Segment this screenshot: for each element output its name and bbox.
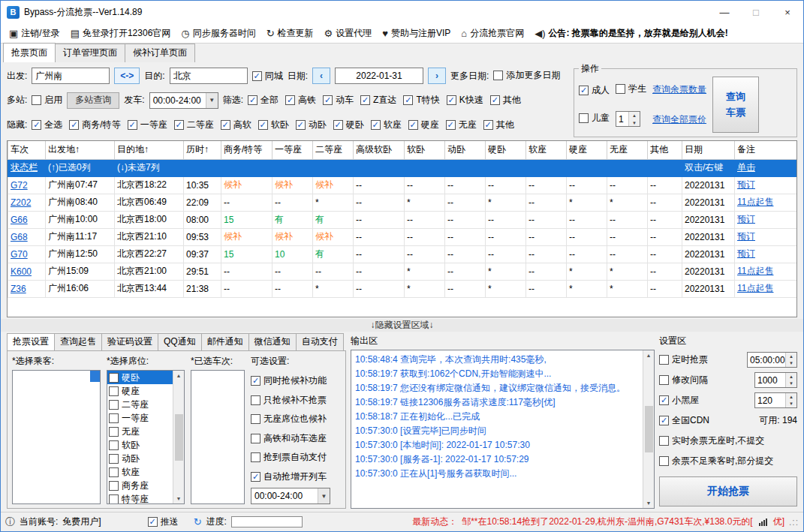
spin-up-icon[interactable]: ▲ [629, 112, 640, 119]
hide-column-checkbox[interactable]: ✓无座 [446, 119, 477, 131]
train-type-checkbox[interactable]: ✓K快速 [447, 94, 483, 107]
menubar-item[interactable]: ⌂分流抢票官网 [456, 23, 529, 43]
page-tab[interactable]: 订单管理页面 [55, 44, 125, 62]
note-link[interactable]: 预订 [735, 211, 798, 228]
train-type-checkbox[interactable]: ✓动车 [323, 94, 354, 107]
hide-column-checkbox[interactable]: ✓硬卧 [333, 119, 364, 131]
settings-tab[interactable]: 微信通知 [248, 333, 297, 350]
spin-down-icon[interactable]: ▼ [786, 401, 796, 408]
menubar-item[interactable]: ⚙设置代理 [319, 23, 378, 43]
seat-list-scrollbar[interactable]: ▲ ▼ [173, 371, 184, 503]
setting-checkbox[interactable]: 余票不足乘客时,部分提交 [659, 455, 773, 467]
note-link[interactable]: 11点起售 [735, 263, 798, 280]
swap-stations-button[interactable]: <-> [114, 68, 140, 84]
next-date-button[interactable]: › [428, 68, 446, 84]
child-checkbox[interactable]: 儿童 [579, 112, 610, 125]
train-number-link[interactable]: Z202 [8, 194, 46, 211]
menubar-item[interactable]: ↻检查更新 [261, 23, 319, 43]
seat-option[interactable]: 硬座 [107, 384, 173, 398]
column-header[interactable]: 无座 [607, 141, 648, 159]
hide-column-checkbox[interactable]: ✓商务/特等 [69, 119, 120, 131]
grab-time-range-select[interactable]: 00:00-24:00▼ [251, 488, 330, 504]
scrollbar-thumb[interactable] [645, 406, 653, 452]
hide-column-checkbox[interactable]: ✓硬座 [408, 119, 439, 131]
setting-spinner[interactable]: 120▲▼ [754, 392, 797, 408]
train-number-link[interactable]: G68 [8, 228, 46, 245]
setting-spinner[interactable]: 05:00:00▲▼ [747, 352, 797, 368]
note-link[interactable]: 预订 [735, 228, 798, 245]
add-more-dates-checkbox[interactable]: 添加更多日期 [493, 69, 560, 82]
hide-column-checkbox[interactable]: ✓软座 [371, 119, 402, 131]
note-link[interactable]: 11点起售 [735, 194, 798, 211]
multi-station-query-button[interactable]: 多站查询 [67, 92, 119, 109]
page-tab[interactable]: 抢票页面 [3, 43, 56, 62]
train-number-link[interactable]: G70 [8, 245, 46, 263]
start-grab-button[interactable]: 开始抢票 [659, 476, 797, 506]
status-action-cell[interactable]: 单击 [735, 159, 798, 176]
maximize-button[interactable]: □ [740, 1, 772, 23]
minimize-button[interactable]: — [709, 1, 740, 23]
settings-tab[interactable]: 自动支付 [296, 333, 344, 350]
menubar-item[interactable]: ♥赞助与注册VIP [377, 23, 456, 43]
note-link[interactable]: 预订 [735, 176, 798, 194]
note-link[interactable]: 11点起售 [735, 280, 798, 297]
query-tickets-button[interactable]: 查询 车票 [712, 77, 759, 133]
destination-input[interactable] [170, 68, 248, 84]
seat-option[interactable]: 硬卧 [107, 371, 173, 384]
seat-option[interactable]: 一等座 [107, 411, 173, 425]
settings-tab[interactable]: 抢票设置 [7, 333, 55, 350]
setting-checkbox[interactable]: 定时抢票 [659, 353, 708, 366]
setting-checkbox[interactable]: 修改间隔 [659, 374, 708, 386]
train-number-link[interactable]: G66 [8, 211, 46, 228]
hide-column-checkbox[interactable]: ✓二等座 [174, 119, 214, 131]
seat-option[interactable]: 软座 [107, 465, 173, 479]
optional-setting-checkbox[interactable]: 无座席位也候补 [251, 413, 341, 425]
train-number-link[interactable]: G72 [8, 176, 46, 194]
train-type-checkbox[interactable]: ✓Z直达 [360, 94, 396, 107]
scroll-up-icon[interactable]: ▲ [646, 350, 652, 360]
setting-checkbox[interactable]: ✓全国CDN [659, 414, 709, 427]
adult-checkbox[interactable]: ✓成人 [579, 84, 610, 97]
scroll-down-icon[interactable]: ▼ [176, 494, 182, 503]
hide-column-checkbox[interactable]: ✓动卧 [296, 119, 327, 131]
hide-column-checkbox[interactable]: ✓全选 [32, 119, 62, 131]
optional-setting-checkbox[interactable]: 抢到票自动支付 [251, 451, 341, 464]
spin-down-icon[interactable]: ▼ [786, 380, 796, 388]
hide-column-checkbox[interactable]: ✓一等座 [128, 119, 167, 131]
train-row[interactable]: G66广州南10:00北京西18:0008:0015有有------------… [8, 211, 798, 228]
seat-listbox[interactable]: 硬卧硬座二等座一等座无座软卧动卧软座商务座特等座 ▲ ▼ [107, 370, 185, 504]
scrollbar-thumb[interactable] [175, 414, 183, 461]
seat-option[interactable]: 商务座 [107, 479, 173, 492]
seat-option[interactable]: 无座 [107, 425, 173, 438]
student-checkbox[interactable]: 学生 [616, 83, 646, 95]
prev-date-button[interactable]: ‹ [312, 68, 330, 84]
spin-up-icon[interactable]: ▲ [786, 373, 796, 380]
train-row[interactable]: G72广州南07:47北京西18:2210:35候补候补候补----------… [8, 176, 798, 194]
settings-tab[interactable]: 验证码设置 [101, 333, 158, 350]
table-status-row[interactable]: 状态栏(↑)已选0列(↓)未选7列双击/右键单击 [8, 159, 798, 176]
seat-option[interactable]: 动卧 [107, 452, 173, 465]
column-header[interactable]: 一等座 [273, 141, 313, 159]
menubar-item[interactable]: ▤免登录打开12306官网 [65, 23, 176, 43]
column-header[interactable]: 车次 [8, 141, 46, 159]
settings-tab[interactable]: 邮件通知 [201, 333, 249, 350]
optional-setting-checkbox[interactable]: ✓同时抢候补功能 [251, 374, 341, 387]
settings-tab[interactable]: 查询起售 [54, 333, 102, 350]
train-type-checkbox[interactable]: ✓全部 [248, 94, 279, 107]
train-row[interactable]: G68广州南11:17北京西21:1009:53候补候补候补----------… [8, 228, 798, 245]
hide-column-checkbox[interactable]: ✓高软 [221, 119, 251, 131]
date-input[interactable] [335, 68, 423, 84]
spin-up-icon[interactable]: ▲ [786, 393, 796, 401]
title-bar[interactable]: B Bypass-分流抢票--Ver1.14.89 — □ × [1, 1, 803, 23]
column-header[interactable]: 商务/特等 [221, 141, 273, 159]
query-ticket-count-link[interactable]: 查询余票数量 [652, 83, 706, 96]
spin-up-icon[interactable]: ▲ [786, 353, 796, 360]
seat-option[interactable]: 软卧 [107, 438, 173, 452]
multi-station-enable-checkbox[interactable]: 启用 [32, 94, 62, 107]
note-link[interactable]: 预订 [735, 245, 798, 263]
output-scrollbar[interactable]: ▲ ▼ [643, 350, 654, 508]
column-header[interactable]: 出发地↑ [46, 141, 115, 159]
column-header[interactable]: 软卧 [405, 141, 445, 159]
optional-setting-checkbox[interactable]: ✓自动抢增开列车 [251, 470, 341, 483]
column-header[interactable]: 软座 [526, 141, 567, 159]
